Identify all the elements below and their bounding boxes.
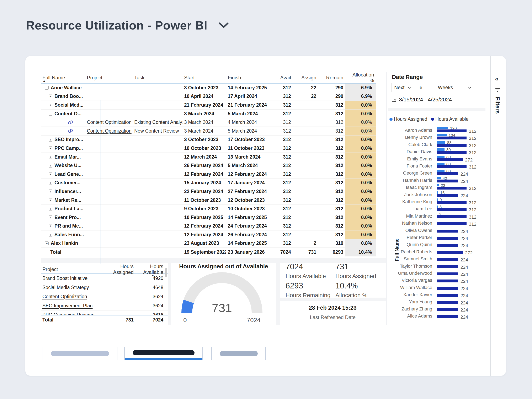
project-link[interactable]: Brand Boost Initiative [42, 276, 88, 281]
hours-available-bar[interactable] [437, 208, 467, 211]
hours-assigned-bar[interactable] [437, 206, 438, 208]
column-header-hours-assigned[interactable]: Hours Assigned [103, 264, 135, 275]
title-chevron-down-icon[interactable] [219, 22, 228, 28]
expand-toggle-icon[interactable]: + [49, 215, 52, 219]
table-row[interactable]: Content OptimizationExisting Content Ana… [41, 118, 376, 127]
page-tab-3[interactable] [211, 347, 266, 360]
hours-available-bar[interactable] [437, 308, 458, 311]
column-header-remain[interactable]: Remain [318, 75, 345, 81]
hours-available-bar[interactable] [437, 215, 467, 218]
expand-toggle-icon[interactable]: + [49, 198, 52, 202]
table-row[interactable]: +Brand Boo...10 April 202417 April 20243… [41, 92, 376, 101]
count-input[interactable]: 6 [417, 83, 432, 92]
hours-assigned-bar[interactable] [437, 163, 444, 165]
collapse-toggle-icon[interactable]: − [49, 112, 52, 115]
expand-toggle-icon[interactable]: + [49, 207, 52, 211]
column-header-task[interactable]: Task [133, 75, 183, 81]
hours-available-bar[interactable] [437, 187, 467, 190]
hours-assigned-bar[interactable] [437, 148, 444, 151]
hours-available-bar[interactable] [437, 258, 458, 261]
table-row[interactable]: Social Media Strategy4648 [41, 283, 168, 292]
expand-toggle-icon[interactable]: + [49, 172, 52, 176]
expand-toggle-icon[interactable]: + [49, 164, 52, 167]
hours-available-bar[interactable] [437, 287, 458, 290]
table-row[interactable]: Content OptimizationNew Content Review3 … [41, 127, 376, 135]
collapse-pane-icon[interactable]: « [495, 75, 499, 82]
column-header-allocation[interactable]: Allocation % [345, 72, 376, 83]
column-header-avail[interactable]: Avail [273, 75, 293, 81]
hours-available-bar[interactable] [437, 172, 458, 175]
table-row[interactable]: +PR and Me...12 February 202424 February… [41, 222, 376, 231]
column-header-project[interactable]: Project [85, 75, 133, 81]
expand-toggle-icon[interactable]: + [49, 190, 52, 193]
table-row[interactable]: +Product La...9 October 202310 October 2… [41, 204, 376, 213]
hours-assigned-bar[interactable] [437, 127, 448, 129]
hours-available-bar[interactable] [437, 201, 467, 204]
hours-available-bar[interactable] [437, 194, 458, 197]
project-link[interactable]: PPC Campaign Revamp [42, 312, 95, 316]
project-link[interactable]: SEO Improvement Plan [42, 303, 93, 309]
hours-available-bar[interactable] [437, 237, 458, 240]
table-row[interactable]: +PPC Camp...10 October 202311 October 20… [41, 144, 376, 153]
column-header-project[interactable]: Project [41, 266, 103, 272]
direction-dropdown[interactable]: Next [392, 83, 414, 92]
hours-available-bar[interactable] [437, 144, 467, 147]
hours-assigned-bar[interactable] [437, 141, 445, 144]
hours-assigned-bar[interactable] [437, 156, 444, 158]
hours-assigned-bar[interactable] [437, 198, 438, 201]
expand-toggle-icon[interactable]: + [49, 103, 52, 107]
page-tab-2-active[interactable] [124, 347, 203, 360]
expand-toggle-icon[interactable]: + [49, 138, 52, 141]
project-link[interactable]: Content Optimization [42, 294, 87, 299]
hours-available-bar[interactable] [437, 244, 458, 247]
project-link[interactable]: Content Optimization [87, 120, 132, 125]
hours-available-bar[interactable] [437, 129, 467, 132]
unit-dropdown[interactable]: Weeks [435, 83, 474, 92]
table-row[interactable]: +Email Mar...12 March 202413 March 20243… [41, 153, 376, 161]
column-header-finish[interactable]: Finish [226, 75, 273, 81]
hours-available-bar[interactable] [437, 137, 467, 139]
hours-available-bar[interactable] [437, 251, 463, 254]
hours-available-bar[interactable] [437, 165, 467, 168]
hours-available-bar[interactable] [437, 151, 467, 154]
hours-available-bar[interactable] [437, 222, 467, 225]
table-row[interactable]: +Event Pro...10 February 202514 February… [41, 213, 376, 222]
collapse-toggle-icon[interactable]: − [45, 86, 49, 89]
hours-available-bar[interactable] [437, 272, 458, 275]
hours-assigned-bar[interactable] [437, 184, 439, 186]
hours-assigned-bar[interactable] [437, 213, 437, 215]
table-total-row[interactable]: Total19 September 202223 January 2026702… [41, 248, 376, 256]
legend-item-hours-assigned[interactable]: Hours Assigned [389, 116, 427, 122]
table-row[interactable]: Content Optimization3624 [41, 292, 168, 301]
hours-available-bar[interactable] [437, 294, 458, 297]
scrollbar-thumb[interactable] [165, 268, 167, 277]
expand-toggle-icon[interactable]: + [49, 155, 52, 159]
expand-toggle-icon[interactable]: + [49, 146, 52, 150]
project-link[interactable]: Social Media Strategy [42, 285, 89, 290]
page-tab-1[interactable] [43, 347, 117, 360]
project-link[interactable]: Content Optimization [87, 128, 132, 134]
expand-toggle-icon[interactable]: + [49, 224, 52, 228]
gauge-chart[interactable]: 731 0 7024 [171, 271, 276, 325]
hours-available-bar[interactable] [437, 315, 458, 318]
table-row[interactable]: SEO Improvement Plan3624 [41, 301, 168, 310]
expand-toggle-icon[interactable]: + [49, 181, 52, 185]
hours-available-bar[interactable] [437, 265, 458, 268]
table-row[interactable]: +Influencer...22 February 202427 Februar… [41, 187, 376, 196]
hours-available-bar[interactable] [437, 230, 458, 233]
table-row[interactable]: +Customer...15 January 202417 January 20… [41, 179, 376, 187]
hours-available-bar[interactable] [437, 301, 458, 304]
hours-assigned-bar[interactable] [437, 134, 447, 136]
table-row[interactable]: +Lead Gene...12 February 202412 February… [41, 170, 376, 179]
hours-assigned-bar[interactable] [437, 170, 444, 172]
table-row[interactable]: PPC Campaign Revamp2616 [41, 310, 168, 316]
table-row[interactable]: +Market Re...11 October 202312 October 2… [41, 196, 376, 205]
column-header-full-name[interactable]: Full Name ▲ [41, 75, 85, 81]
column-header-assign[interactable]: Assign [293, 75, 318, 81]
table-row[interactable]: +SEO Impro...3 October 202317 October 20… [41, 135, 376, 144]
hours-available-bar[interactable] [437, 158, 463, 161]
expand-toggle-icon[interactable]: + [45, 241, 49, 245]
column-header-hours-available[interactable]: Hours Available ▼ [135, 264, 165, 275]
hours-assigned-bar[interactable] [437, 177, 441, 179]
legend-item-hours-available[interactable]: Hours Available [431, 116, 469, 122]
